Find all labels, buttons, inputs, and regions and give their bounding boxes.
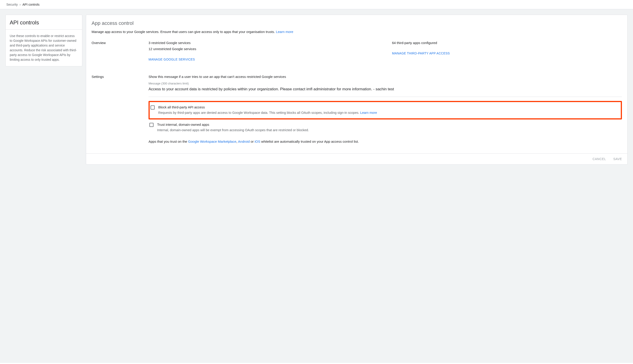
android-link[interactable]: Android bbox=[238, 140, 250, 144]
trust-internal-row: Trust internal, domain-owned apps Intern… bbox=[148, 122, 622, 133]
unrestricted-count: 12 unrestricted Google services bbox=[148, 47, 378, 51]
cancel-button[interactable]: CANCEL bbox=[592, 157, 606, 161]
settings-section: Settings Show this message if a user tri… bbox=[92, 75, 622, 144]
block-learn-more-link[interactable]: Learn more bbox=[360, 111, 377, 114]
page-body: API controls Use these controls to enabl… bbox=[0, 9, 633, 363]
main-card: App access control Manage app access to … bbox=[86, 15, 627, 164]
thirdparty-count: 64 third-party apps configured bbox=[392, 41, 622, 45]
block-thirdparty-desc: Requests by third-party apps are denied … bbox=[158, 110, 618, 116]
overview-google-services: 3 restricted Google services 12 unrestri… bbox=[148, 41, 378, 61]
block-thirdparty-title: Block all third-party API access bbox=[158, 105, 618, 109]
breadcrumb-parent-link[interactable]: Security bbox=[6, 3, 18, 6]
breadcrumb: Security › API controls bbox=[0, 0, 633, 9]
overview-label: Overview bbox=[92, 41, 148, 61]
page-title: App access control bbox=[92, 20, 622, 26]
sidebar-title: API controls bbox=[6, 15, 82, 30]
overview-section: Overview 3 restricted Google services 12… bbox=[92, 41, 622, 61]
breadcrumb-current: API controls bbox=[22, 3, 39, 6]
trust-internal-checkbox[interactable] bbox=[149, 123, 153, 127]
overview-thirdparty: 64 third-party apps configured MANAGE TH… bbox=[392, 41, 622, 61]
learn-more-link[interactable]: Learn more bbox=[276, 30, 293, 34]
settings-label: Settings bbox=[92, 75, 148, 144]
sidebar-card: API controls Use these controls to enabl… bbox=[6, 15, 82, 66]
message-hint: Message (300 characters limit) bbox=[148, 82, 622, 85]
block-thirdparty-highlight: Block all third-party API access Request… bbox=[148, 101, 622, 120]
message-value[interactable]: Access to your account data is restricte… bbox=[148, 86, 622, 97]
footer-bar: CANCEL SAVE bbox=[86, 153, 627, 164]
manage-google-services-link[interactable]: MANAGE GOOGLE SERVICES bbox=[148, 58, 195, 61]
restricted-count: 3 restricted Google services bbox=[148, 41, 378, 45]
message-instruction: Show this message if a user tries to use… bbox=[148, 75, 622, 78]
ios-link[interactable]: iOS bbox=[255, 140, 260, 144]
trust-note: Apps that you trust on the Google Worksp… bbox=[148, 139, 622, 144]
marketplace-link[interactable]: Google Workspace Marketplace bbox=[188, 140, 236, 144]
trust-internal-title: Trust internal, domain-owned apps bbox=[157, 122, 620, 126]
sidebar-description: Use these controls to enable or restrict… bbox=[6, 30, 82, 66]
manage-thirdparty-link[interactable]: MANAGE THIRD-PARTY APP ACCESS bbox=[392, 52, 450, 55]
block-thirdparty-checkbox[interactable] bbox=[151, 106, 155, 110]
save-button[interactable]: SAVE bbox=[613, 157, 622, 161]
trust-internal-desc: Internal, domain-owned apps will be exem… bbox=[157, 128, 620, 133]
page-subtext: Manage app access to your Google service… bbox=[92, 30, 622, 34]
chevron-right-icon: › bbox=[20, 3, 21, 6]
subtext-text: Manage app access to your Google service… bbox=[92, 30, 276, 34]
